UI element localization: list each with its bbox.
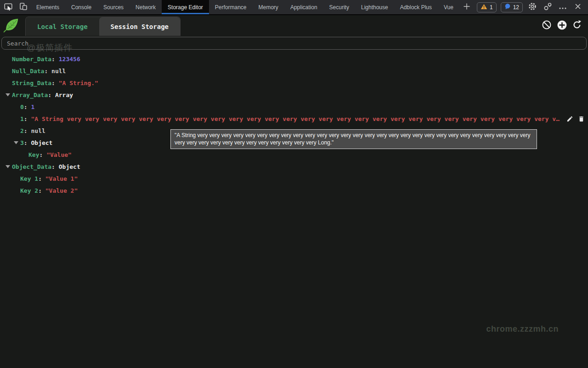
key-colon: : [44,68,51,75]
storage-tab-group: Local StorageSession Storage [25,17,181,36]
tree-row-array_data[interactable]: Array_Data: Array [0,89,588,101]
connected-nodes-icon [543,2,552,13]
chevron-down-icon[interactable] [4,165,12,168]
tree-key: Array_Data [12,92,48,98]
tree-value: "A String very very very very very very … [31,115,562,122]
devtools-tab-elements[interactable]: Elements [30,0,65,14]
key-colon: : [39,151,46,158]
tree-value: "Value" [46,151,72,158]
devtools-tab-lighthouse[interactable]: Lighthouse [355,0,394,14]
devtools-tab-console[interactable]: Console [65,0,97,14]
tree-value: Array [55,92,73,98]
devtools-tab-network[interactable]: Network [130,0,162,14]
gear-icon [528,2,537,13]
clear-icon [542,20,552,32]
key-colon: : [51,80,59,86]
add-item-button[interactable] [556,20,567,31]
tree-key: 3 [20,139,24,146]
tree-row-key[interactable]: Key: "Value" [0,149,588,161]
refresh-icon [572,20,582,32]
chevron-down-icon[interactable] [12,141,20,144]
tree-key: String_Data [12,80,51,86]
storage-tab-local-storage[interactable]: Local Storage [26,17,99,36]
messages-badge[interactable]: 12 [501,2,523,12]
tree-value: null [51,68,66,75]
storage-tree: Number_Data: 123456Null_Data: nullString… [0,50,588,196]
tree-row-number_data[interactable]: Number_Data: 123456 [0,53,588,65]
devtools-tab-performance[interactable]: Performance [209,0,253,14]
chat-bubble-icon [504,3,511,11]
tree-key: Key 2 [20,187,38,194]
tree-key: 2 [20,127,24,134]
devtools-tab-application[interactable]: Application [284,0,323,14]
devtools-tabs: ElementsConsoleSourcesNetworkStorage Edi… [30,0,459,14]
tree-key: 0 [20,104,24,110]
more-menu-icon [559,3,567,12]
add-icon [557,20,567,32]
tree-value: Object [59,163,80,170]
tree-row-0[interactable]: 0: 1 [0,101,588,113]
warning-triangle-icon [481,4,487,11]
search-bar [0,36,588,50]
more-options-button[interactable] [557,3,568,12]
key-colon: : [24,104,31,110]
key-colon: : [38,175,45,182]
value-tooltip: "A String very very very very very very … [170,129,537,149]
extension-logo [4,17,20,36]
key-colon: : [24,139,31,146]
key-colon: : [48,92,55,98]
device-toolbar-button[interactable] [16,0,30,14]
devtools-tab-security[interactable]: Security [323,0,355,14]
key-colon: : [24,127,31,134]
clear-storage-button[interactable] [541,20,552,31]
site-watermark: chrome.zzzmh.cn [486,324,559,334]
tree-value: 1 [31,104,34,110]
devtools-tab-storage-editor[interactable]: Storage Editor [162,0,209,14]
remote-devices-button[interactable] [542,2,553,13]
new-tab-button[interactable] [459,0,474,14]
refresh-button[interactable] [571,20,582,31]
leaf-icon [4,28,20,36]
panel-actions [541,20,582,31]
tree-key: Object_Data [12,163,51,170]
warning-count: 1 [490,4,493,11]
storage-tab-session-storage[interactable]: Session Storage [99,17,180,36]
devtools-tab-vue[interactable]: Vue [438,0,459,14]
tree-row-1[interactable]: 1: "A String very very very very very ve… [0,113,588,125]
tree-value: null [31,127,45,134]
tree-key: Null_Data [12,68,44,75]
close-devtools-button[interactable] [572,3,583,12]
key-colon: : [38,187,45,194]
tree-value: Object [31,139,52,146]
key-colon: : [51,163,59,170]
tree-value: "Value 2" [45,187,78,194]
storage-panel-header: Local StorageSession Storage @极简插件 [0,15,588,36]
device-toolbar-icon [18,2,28,13]
row-actions [566,115,585,122]
delete-icon[interactable] [577,115,585,122]
tree-row-string_data[interactable]: String_Data: "A String." [0,77,588,89]
inspect-icon [4,2,13,13]
search-input[interactable] [1,37,587,50]
tree-row-key-2[interactable]: Key 2: "Value 2" [0,184,588,196]
devtools-tab-adblock-plus[interactable]: Adblock Plus [394,0,438,14]
tree-value: "A String." [59,80,98,86]
key-colon: : [51,56,59,63]
close-icon [574,3,582,12]
settings-button[interactable] [527,2,538,13]
inspect-button[interactable] [1,0,16,14]
tree-key: Key 1 [20,175,38,182]
tree-row-object_data[interactable]: Object_Data: Object [0,161,588,172]
message-count: 12 [513,4,519,11]
tree-row-null_data[interactable]: Null_Data: null [0,65,588,77]
tree-value: "Value 1" [45,175,78,182]
chevron-down-icon[interactable] [4,93,12,97]
devtools-toolbar: ElementsConsoleSourcesNetworkStorage Edi… [0,0,588,15]
tree-row-key-1[interactable]: Key 1: "Value 1" [0,172,588,184]
devtools-tab-memory[interactable]: Memory [253,0,284,14]
tree-key: Key [28,151,39,158]
edit-icon[interactable] [566,115,573,122]
warnings-badge[interactable]: 1 [477,2,497,12]
tree-key: 1 [20,115,24,122]
devtools-tab-sources[interactable]: Sources [97,0,130,14]
